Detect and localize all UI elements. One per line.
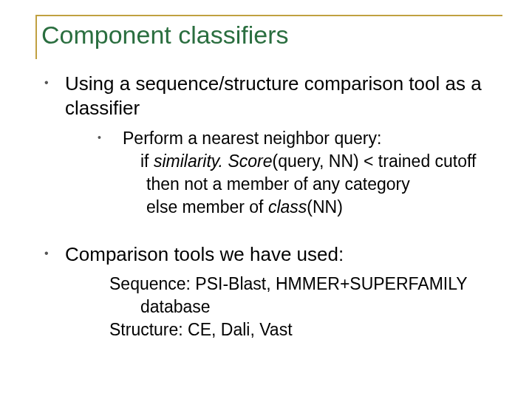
bullet-2-text: Comparison tools we have used: [65, 242, 344, 267]
sub-line-2-fn: similarity. Score [154, 151, 273, 171]
sub-line-4-fn: class [268, 197, 307, 216]
slide-content: • Using a sequence/structure comparison … [0, 57, 532, 341]
seq-line-2: database [109, 296, 502, 318]
bullet-2: • Comparison tools we have used: [44, 242, 502, 267]
title-rule-left [35, 15, 37, 59]
bullet-2-sub: Sequence: PSI-Blast, HMMER+SUPERFAMILY d… [109, 273, 502, 341]
bullet-1-sub-block: Perform a nearest neighbor query: if sim… [123, 127, 476, 219]
sub-line-2-rest: (query, NN) < trained cutoff [273, 151, 477, 171]
sub-line-3: then not a member of any category [123, 173, 476, 196]
bullet-dot-icon: • [44, 72, 65, 120]
bullet-1-sub: • Perform a nearest neighbor query: if s… [98, 127, 502, 219]
seq-line-1: Sequence: PSI-Blast, HMMER+SUPERFAMILY [109, 273, 502, 296]
sub-line-2: if similarity. Score(query, NN) < traine… [123, 150, 476, 173]
sub-line-4-rest: (NN) [307, 197, 343, 216]
bullet-dot-icon: • [98, 127, 123, 219]
bullet-dot-icon: • [44, 242, 65, 267]
sub-line-4-else: else member of [146, 197, 268, 216]
sub-line-4: else member of class(NN) [123, 196, 476, 219]
title-area: Component classifiers [0, 0, 532, 57]
spacer [44, 226, 502, 242]
struct-line: Structure: CE, Dali, Vast [109, 318, 502, 341]
slide-title: Component classifiers [35, 21, 532, 50]
sub-line-2-if: if [140, 151, 154, 171]
sub-line-1: Perform a nearest neighbor query: [123, 127, 476, 150]
bullet-1-text: Using a sequence/structure comparison to… [65, 72, 502, 120]
title-rule-top [35, 15, 502, 16]
bullet-1: • Using a sequence/structure comparison … [44, 72, 502, 120]
